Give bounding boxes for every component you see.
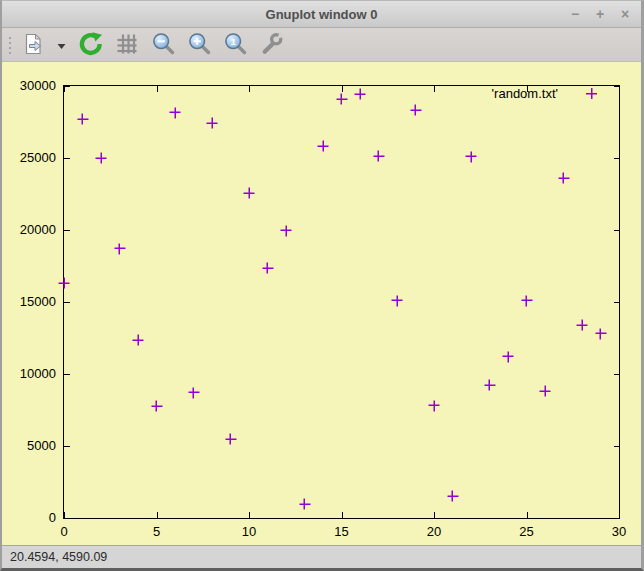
zoom-reset-button[interactable]: 1 (220, 30, 250, 60)
data-point (558, 173, 569, 184)
x-tick-mark (434, 512, 435, 518)
data-point (151, 401, 162, 412)
data-point (188, 387, 199, 398)
svg-text:1: 1 (230, 36, 236, 47)
y-tick-mark (64, 518, 70, 519)
zoom-in-button[interactable] (184, 30, 214, 60)
y-tick-label: 20000 (3, 222, 56, 237)
data-point (466, 151, 477, 162)
zoom-out-icon (151, 31, 176, 59)
plot-canvas[interactable]: 'random.txt' 051015202530050001000015000… (2, 62, 641, 545)
gnuplot-window: Gnuplot window 0 − + × (0, 0, 644, 571)
close-button[interactable]: × (617, 6, 633, 22)
data-point (355, 88, 366, 99)
titlebar[interactable]: Gnuplot window 0 − + × (2, 1, 641, 28)
data-point (299, 499, 310, 510)
data-point (447, 491, 458, 502)
legend-label: 'random.txt' (492, 86, 558, 101)
data-point (373, 150, 384, 161)
data-point (484, 379, 495, 390)
x-tick-mark-top (527, 86, 528, 92)
x-tick-label: 10 (229, 524, 269, 539)
x-tick-mark-top (434, 86, 435, 92)
x-tick-label: 25 (507, 524, 547, 539)
maximize-button[interactable]: + (592, 6, 608, 22)
y-tick-label: 15000 (3, 294, 56, 309)
x-tick-mark-top (157, 86, 158, 92)
x-tick-mark-top (342, 86, 343, 92)
data-point (429, 400, 440, 411)
data-point (281, 225, 292, 236)
data-point (133, 335, 144, 346)
replot-icon (78, 31, 104, 60)
window-title: Gnuplot window 0 (2, 7, 641, 22)
x-tick-label: 0 (44, 524, 84, 539)
data-point (577, 320, 588, 331)
y-tick-mark (64, 374, 70, 375)
grid-icon (115, 32, 139, 59)
data-point (244, 188, 255, 199)
export-dropdown-button[interactable] (54, 30, 68, 60)
data-point (503, 351, 514, 362)
x-tick-label: 5 (137, 524, 177, 539)
zoom-reset-icon: 1 (223, 31, 248, 59)
legend: 'random.txt' (492, 86, 597, 101)
data-point (96, 153, 107, 164)
data-point (595, 328, 606, 339)
export-button[interactable] (18, 30, 48, 60)
data-point (410, 104, 421, 115)
minimize-button[interactable]: − (567, 6, 583, 22)
toolbar-grip[interactable] (5, 32, 14, 58)
wrench-icon (259, 31, 284, 59)
x-tick-mark (249, 512, 250, 518)
x-tick-label: 15 (322, 524, 362, 539)
y-tick-label: 0 (3, 510, 56, 525)
data-point (521, 295, 532, 306)
data-point (336, 93, 347, 104)
x-tick-label: 30 (599, 524, 639, 539)
legend-marker-icon (586, 88, 597, 99)
data-point (77, 114, 88, 125)
x-tick-mark (157, 512, 158, 518)
y-tick-mark-right (614, 446, 620, 447)
zoom-in-icon (187, 31, 212, 59)
data-point (318, 141, 329, 152)
data-point (59, 278, 70, 289)
data-point (170, 107, 181, 118)
toolbar: 1 (2, 28, 641, 62)
y-tick-label: 10000 (3, 366, 56, 381)
y-tick-mark (64, 158, 70, 159)
export-icon (21, 32, 45, 59)
settings-button[interactable] (256, 30, 286, 60)
x-tick-mark (527, 512, 528, 518)
data-point (540, 386, 551, 397)
y-tick-label: 5000 (3, 438, 56, 453)
y-tick-mark-right (614, 518, 620, 519)
x-tick-mark-top (249, 86, 250, 92)
y-tick-mark-right (614, 86, 620, 87)
data-point (114, 243, 125, 254)
y-tick-mark (64, 446, 70, 447)
data-point (392, 295, 403, 306)
plot-frame: 'random.txt' (63, 85, 620, 519)
statusbar: 20.4594, 4590.09 (2, 545, 641, 568)
data-point (207, 118, 218, 129)
x-tick-mark (342, 512, 343, 518)
grid-button[interactable] (112, 30, 142, 60)
y-tick-mark (64, 86, 70, 87)
window-controls: − + × (567, 1, 633, 27)
dropdown-caret-icon (57, 38, 66, 53)
y-tick-mark (64, 302, 70, 303)
y-tick-mark-right (614, 158, 620, 159)
y-tick-label: 25000 (3, 150, 56, 165)
y-tick-mark-right (614, 374, 620, 375)
cursor-coordinates: 20.4594, 4590.09 (10, 550, 107, 564)
y-tick-label: 30000 (3, 78, 56, 93)
data-point (262, 263, 273, 274)
x-tick-label: 20 (414, 524, 454, 539)
data-point (225, 433, 236, 444)
replot-button[interactable] (76, 30, 106, 60)
y-tick-mark-right (614, 230, 620, 231)
y-tick-mark (64, 230, 70, 231)
zoom-out-button[interactable] (148, 30, 178, 60)
